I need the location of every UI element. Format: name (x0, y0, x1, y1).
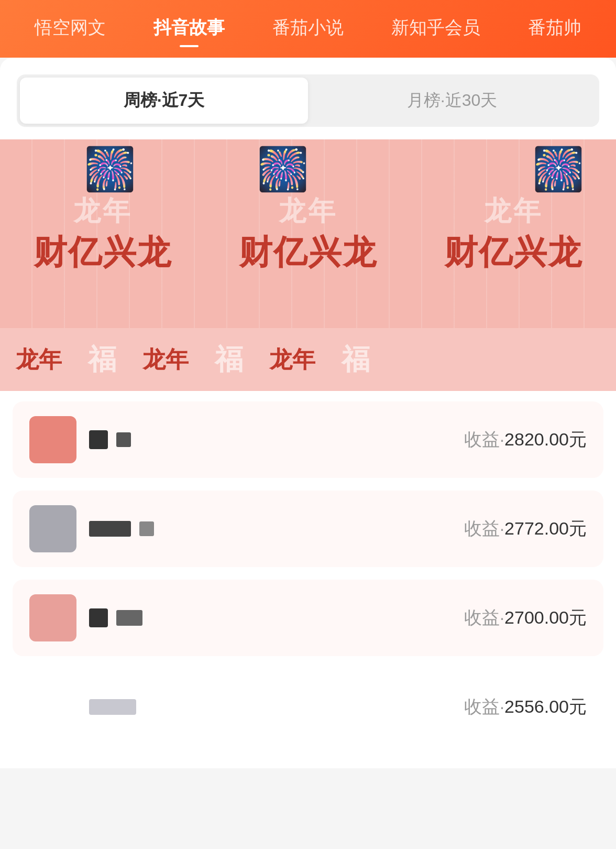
list-item[interactable]: 收益·2556.00元 (13, 669, 603, 745)
earnings-label-4: 收益· (464, 696, 504, 716)
banner-top-text-2: 龙年 (279, 193, 337, 230)
strip-text-3: 龙年 (269, 344, 315, 375)
item-thumbnail-1 (29, 416, 76, 463)
banner-text-group-1: 龙年 财亿兴龙 (34, 193, 172, 275)
tab-switcher: 周榜·近7天 月榜·近30天 (17, 74, 599, 127)
nav-item-wukong[interactable]: 悟空网文 (35, 16, 106, 43)
earnings-label-2: 收益· (464, 518, 504, 538)
strip-text-1: 龙年 (16, 344, 62, 375)
banner-strip: 龙年 福 龙年 福 龙年 福 (0, 328, 616, 391)
text-block-4a (89, 699, 136, 715)
banner-top-text-3: 龙年 (484, 193, 543, 230)
tab-weekly[interactable]: 周榜·近7天 (20, 78, 308, 124)
tab-monthly[interactable]: 月榜·近30天 (308, 78, 596, 124)
item-thumbnail-4 (29, 683, 76, 731)
item-info-1 (89, 430, 452, 449)
item-info-4 (89, 699, 452, 715)
earnings-value-2: 2772.00元 (504, 518, 587, 538)
list-item[interactable]: 收益·2700.00元 (13, 580, 603, 656)
earnings-value-1: 2820.00元 (504, 429, 587, 449)
firework-icon-2: 🎆 (257, 145, 309, 194)
item-earnings-2: 收益·2772.00元 (464, 517, 587, 541)
firework-icon-1: 🎆 (84, 145, 136, 194)
nav-item-zhihu[interactable]: 新知乎会员 (391, 16, 480, 43)
strip-fu-1: 福 (88, 341, 116, 379)
banner-main: 🎆 🎆 🎆 龙年 财亿兴龙 龙年 财亿兴龙 龙年 财亿兴龙 (0, 139, 616, 328)
nav-item-douyin[interactable]: 抖音故事 (153, 16, 225, 43)
text-block-3b (116, 610, 142, 626)
item-info-2 (89, 521, 452, 537)
main-content: 周榜·近7天 月榜·近30天 🎆 🎆 🎆 龙年 财亿兴龙 龙年 财亿兴龙 龙年 … (0, 58, 616, 768)
strip-fu-2: 福 (215, 341, 243, 379)
strip-fu-3: 福 (342, 341, 370, 379)
text-block-2b (139, 521, 154, 536)
item-thumbnail-2 (29, 505, 76, 552)
banner-main-text-2: 财亿兴龙 (239, 230, 377, 275)
item-thumbnail-3 (29, 594, 76, 641)
item-earnings-1: 收益·2820.00元 (464, 428, 587, 452)
text-block-2a (89, 521, 131, 537)
banner-container: 🎆 🎆 🎆 龙年 财亿兴龙 龙年 财亿兴龙 龙年 财亿兴龙 龙年 福 龙年 福 … (0, 139, 616, 391)
earnings-label-3: 收益· (464, 607, 504, 627)
banner-text-group-3: 龙年 财亿兴龙 (444, 193, 582, 275)
text-block-1b (116, 432, 131, 447)
text-block-1a (89, 430, 108, 449)
header: 悟空网文 抖音故事 番茄小说 新知乎会员 番茄帅 (0, 0, 616, 58)
list-item[interactable]: 收益·2772.00元 (13, 491, 603, 567)
banner-main-text-1: 财亿兴龙 (34, 230, 172, 275)
nav-item-fanqie-novel[interactable]: 番茄小说 (272, 16, 344, 43)
list-container: 收益·2820.00元 收益·2772.00元 收益·2700.00元 (0, 391, 616, 768)
item-info-3 (89, 608, 452, 627)
text-block-3a (89, 608, 108, 627)
earnings-value-4: 2556.00元 (504, 696, 587, 716)
list-item[interactable]: 收益·2820.00元 (13, 401, 603, 478)
banner-text-group-2: 龙年 财亿兴龙 (239, 193, 377, 275)
item-earnings-3: 收益·2700.00元 (464, 606, 587, 630)
item-earnings-4: 收益·2556.00元 (464, 695, 587, 719)
nav-item-fanqie2[interactable]: 番茄帅 (528, 16, 581, 43)
earnings-value-3: 2700.00元 (504, 607, 587, 627)
nav-bar: 悟空网文 抖音故事 番茄小说 新知乎会员 番茄帅 (0, 0, 616, 53)
strip-text-2: 龙年 (142, 344, 189, 375)
banner-top-text-1: 龙年 (73, 193, 132, 230)
firework-icon-3: 🎆 (532, 145, 585, 194)
banner-main-text-3: 财亿兴龙 (444, 230, 582, 275)
earnings-label-1: 收益· (464, 429, 504, 449)
